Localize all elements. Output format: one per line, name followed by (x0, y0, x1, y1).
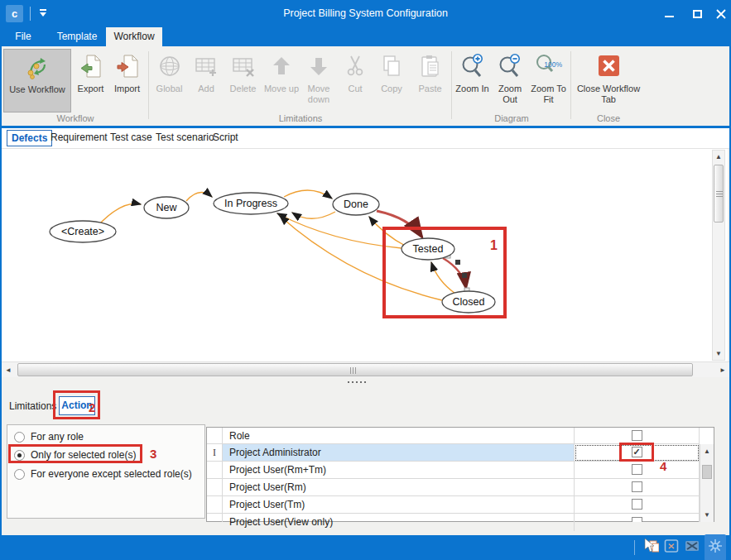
zoom-to-fit-icon: 100% (529, 49, 568, 84)
scroll-up-icon[interactable]: ▲ (713, 151, 724, 163)
annotation-number-4: 4 (660, 459, 666, 473)
role-cell[interactable]: Project User(Rm) (223, 479, 575, 496)
scroll-up-icon[interactable]: ▲ (701, 445, 713, 457)
checkbox-unchecked[interactable] (632, 430, 642, 441)
node-create[interactable]: <Create> (50, 221, 116, 242)
check-cell[interactable] (575, 514, 700, 522)
check-cell[interactable] (575, 496, 700, 514)
diagram-horizontal-scrollbar[interactable]: ◄ ► (2, 361, 729, 377)
tab-file[interactable]: File (5, 27, 41, 46)
button-label: Use Workflow (9, 84, 65, 94)
window-title: Project Billing System Configuration (0, 0, 731, 27)
button-label: Move (308, 84, 330, 93)
scroll-thumb[interactable] (17, 363, 693, 376)
checkbox-unchecked[interactable] (632, 517, 642, 522)
copy-pointer-icon[interactable] (642, 537, 659, 558)
close-button[interactable] (709, 0, 731, 27)
app-window: c Project Billing System Configuration F… (0, 0, 731, 560)
transition-done-inprogress[interactable] (292, 212, 335, 218)
splitter-handle[interactable] (348, 381, 366, 383)
group-label-diagram: Diagram (454, 112, 570, 124)
radio-for-any-role[interactable]: For any role (14, 431, 84, 443)
zoom-in-button[interactable]: Zoom In (454, 49, 491, 112)
table-row[interactable]: Project User(Rm+Tm) (207, 462, 700, 479)
transition-new-inprogress[interactable] (186, 193, 212, 201)
checkbox-unchecked[interactable] (632, 481, 642, 492)
zoom-to-fit-button[interactable]: 100% Zoom To Fit (529, 49, 568, 112)
check-cell[interactable] (575, 479, 700, 496)
check-column-header[interactable] (575, 428, 700, 444)
scroll-right-icon[interactable]: ► (717, 364, 729, 376)
copy-button: Copy (373, 49, 411, 112)
role-cell[interactable]: Project User(Rm+Tm) (223, 462, 575, 479)
radio-icon[interactable] (14, 432, 25, 443)
table-delete-icon (224, 49, 262, 84)
svg-text:New: New (156, 202, 177, 213)
annotation-box-4 (619, 443, 654, 462)
ribbon-tab-bar: File Template Workflow (0, 27, 731, 46)
tab-script[interactable]: Script (213, 132, 238, 143)
role-table: Role I Project Administrator ✓ Project U… (206, 427, 714, 522)
transition-tested-done[interactable] (369, 217, 406, 246)
table-row[interactable]: Project User(Tm) (207, 496, 700, 514)
use-workflow-button[interactable]: Use Workflow (3, 49, 71, 112)
maximize-icon (693, 10, 702, 18)
diagram-vertical-scrollbar[interactable]: ▲ ▼ (712, 150, 725, 361)
zoom-in-icon (454, 49, 491, 84)
group-label-limitations: Limitations (151, 112, 450, 124)
minimize-button[interactable] (656, 0, 681, 27)
tab-template[interactable]: Template (48, 27, 106, 46)
globe-icon (151, 49, 188, 84)
node-done[interactable]: Done (333, 194, 379, 215)
tab-test-scenario[interactable]: Test scenario (156, 132, 214, 143)
tab-requirement[interactable]: Requirement (50, 132, 108, 143)
import-button[interactable]: Import (108, 49, 146, 112)
role-cell[interactable]: Project Administrator (223, 444, 575, 462)
tab-test-case[interactable]: Test case (110, 132, 152, 143)
transition-closed-tested[interactable] (431, 262, 455, 294)
node-closed[interactable]: Closed (442, 291, 495, 313)
table-row[interactable]: Project User(Rm) (207, 479, 700, 496)
role-cell[interactable]: Project User(Tm) (223, 496, 575, 514)
dialog-close-icon[interactable] (663, 537, 680, 558)
role-cell[interactable]: Project User(View only) (223, 514, 575, 531)
maximize-button[interactable] (685, 0, 709, 27)
role-column-header[interactable]: Role (223, 428, 575, 444)
node-tested[interactable]: Tested (402, 238, 454, 260)
scroll-down-icon[interactable]: ▼ (701, 509, 713, 521)
tab-workflow[interactable]: Workflow (106, 27, 162, 46)
button-label: Export (78, 84, 104, 93)
transition-inprogress-done[interactable] (284, 190, 332, 199)
node-new[interactable]: New (144, 197, 189, 218)
group-label-close: Close (573, 112, 644, 124)
tab-defects[interactable]: Defects (7, 130, 52, 146)
radio-icon[interactable] (14, 469, 25, 480)
scroll-left-icon[interactable]: ◄ (2, 364, 14, 376)
radio-everyone-except-selected[interactable]: For everyone except selected role(s) (14, 468, 192, 480)
node-in-progress[interactable]: In Progress (214, 193, 288, 214)
button-label: Zoom (531, 84, 554, 93)
checkbox-unchecked[interactable] (632, 499, 642, 510)
scroll-down-icon[interactable]: ▼ (713, 347, 724, 360)
export-button[interactable]: Export (73, 49, 108, 112)
scroll-thumb[interactable] (702, 465, 712, 479)
zoom-out-button[interactable]: Zoom Out (491, 49, 529, 112)
row-header-cell (207, 496, 223, 514)
workflow-diagram-canvas[interactable]: <Create> New In Progress Done Tested (2, 149, 728, 361)
checkbox-unchecked[interactable] (632, 464, 642, 475)
close-tab-icon (573, 49, 644, 84)
delete-button: Delete (224, 49, 262, 112)
table-row-clipped[interactable]: Project User(View only) (207, 514, 700, 522)
mail-close-icon[interactable] (684, 537, 700, 558)
tab-limitations[interactable]: Limitations (9, 400, 56, 412)
import-icon (108, 49, 146, 84)
snowflake-icon[interactable] (705, 534, 726, 560)
button-label: Close Workflow (577, 84, 640, 93)
transition-create-new[interactable] (99, 203, 141, 224)
close-workflow-tab-button[interactable]: Close Workflow Tab (573, 49, 644, 112)
check-cell[interactable] (575, 462, 700, 479)
table-vertical-scrollbar[interactable]: ▲ ▼ (700, 444, 714, 522)
scroll-thumb[interactable] (714, 165, 724, 223)
document-tab-bar: Defects Requirement Test case Test scena… (2, 128, 729, 149)
button-label: Paste (418, 84, 441, 93)
